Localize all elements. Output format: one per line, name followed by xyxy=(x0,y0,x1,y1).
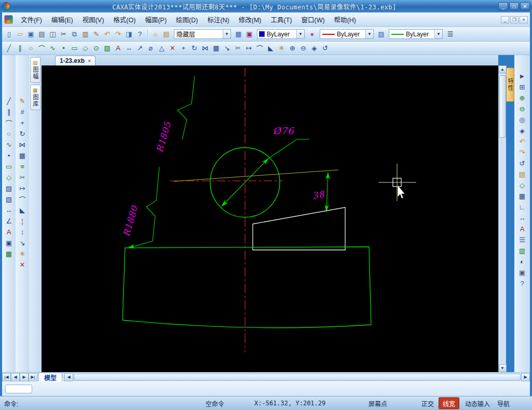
open-file-icon[interactable]: ▱ xyxy=(15,29,25,39)
chevron-down-icon[interactable]: ▼ xyxy=(223,30,230,38)
trim-icon[interactable]: ✂ xyxy=(17,172,28,183)
spline-icon[interactable]: ∿ xyxy=(3,139,15,150)
save-icon[interactable]: ▣ xyxy=(25,29,36,39)
context-help-icon[interactable]: ? xyxy=(516,278,528,289)
ortho-toggle[interactable]: 正交 xyxy=(421,399,434,408)
color-combo[interactable]: ByLayer ▼ xyxy=(257,29,305,39)
layer-state-icon[interactable]: ☼ xyxy=(150,29,161,39)
help-icon[interactable]: ? xyxy=(134,29,145,39)
ellipse-icon[interactable]: ⊙ xyxy=(91,43,102,54)
image-icon[interactable]: ▦ xyxy=(3,248,15,259)
mdi-minimize-button[interactable]: _ xyxy=(501,16,509,23)
scroll-up-icon[interactable]: ▲ xyxy=(499,65,507,73)
fillet-icon[interactable]: ⌒ xyxy=(254,43,265,54)
circle-icon[interactable]: ○ xyxy=(3,128,15,139)
close-icon[interactable]: × xyxy=(88,58,91,64)
last-sheet-button[interactable]: ▶| xyxy=(29,373,37,381)
properties-icon[interactable]: ☰ xyxy=(516,234,528,245)
mirror-icon[interactable]: ⋈ xyxy=(200,43,211,54)
polygon-icon[interactable]: ◇ xyxy=(80,43,91,54)
mdi-close-button[interactable]: × xyxy=(520,16,528,23)
break-icon[interactable]: ¦ xyxy=(17,216,28,227)
redo-icon[interactable]: ↷ xyxy=(113,29,124,39)
scroll-right-icon[interactable]: ▶ xyxy=(521,373,530,381)
extend-icon[interactable]: ↦ xyxy=(243,43,254,54)
menu-file[interactable]: 文件(F) xyxy=(16,14,47,25)
copy-icon[interactable]: ⧉ xyxy=(69,29,80,39)
next-view-icon[interactable]: ↷ xyxy=(516,147,528,158)
circle-icon[interactable]: ○ xyxy=(25,43,36,54)
dimension-icon[interactable]: ↔ xyxy=(3,205,15,216)
rotate-icon[interactable]: ↻ xyxy=(17,128,28,139)
menu-sheet[interactable]: 幅面(P) xyxy=(140,14,171,25)
trim-icon[interactable]: ✂ xyxy=(233,43,243,54)
lineweight-toggle[interactable]: 线宽 xyxy=(439,398,459,409)
erase-icon[interactable]: ✕ xyxy=(17,259,28,270)
menu-view[interactable]: 视图(V) xyxy=(78,14,109,25)
layer-combo[interactable]: 隐藏层 ▼ xyxy=(174,29,231,39)
linear-dim-icon[interactable]: ↔ xyxy=(124,43,134,54)
zoom-out-icon[interactable]: ⊖ xyxy=(516,103,528,114)
linetype-combo[interactable]: ByLayer ▼ xyxy=(320,29,374,39)
undo-icon[interactable]: ↶ xyxy=(102,29,113,39)
chevron-down-icon[interactable]: ▼ xyxy=(296,30,304,38)
maximize-button[interactable]: □ xyxy=(509,2,519,10)
regen-icon[interactable]: ↺ xyxy=(320,43,331,54)
paste-icon[interactable]: ▥ xyxy=(80,29,91,39)
parallel-line-icon[interactable]: ∥ xyxy=(3,107,15,117)
new-file-icon[interactable]: ▯ xyxy=(4,29,15,39)
line-icon[interactable]: ╱ xyxy=(4,43,15,54)
annotation-icon[interactable]: A xyxy=(516,223,528,234)
zoom-window-icon[interactable]: ⊞ xyxy=(516,82,528,92)
print-preview-icon[interactable]: ◫ xyxy=(47,29,58,39)
polygon-icon[interactable]: ◇ xyxy=(3,172,15,183)
cut-icon[interactable]: ✂ xyxy=(58,29,69,39)
horizontal-scroll-thumb[interactable] xyxy=(74,374,521,381)
offset-icon[interactable]: ≡ xyxy=(17,161,28,172)
spline-icon[interactable]: ∿ xyxy=(47,43,58,54)
menu-window[interactable]: 窗口(W) xyxy=(296,14,329,25)
palette-icon[interactable]: ● xyxy=(307,29,318,39)
zoom-in-icon[interactable]: ⊕ xyxy=(287,43,298,54)
layers-icon[interactable]: ▤ xyxy=(161,29,172,39)
rectangle-icon[interactable]: ▭ xyxy=(3,161,15,172)
extend-icon[interactable]: ↦ xyxy=(17,183,28,194)
zoom-all-icon[interactable]: ◎ xyxy=(516,114,528,125)
drawing-canvas[interactable]: Ø76 38 R1805 R1880 xyxy=(42,65,498,372)
navigation-toggle[interactable]: 导航 xyxy=(497,399,510,408)
angle-icon[interactable]: ∠ xyxy=(3,216,15,227)
format-painter-icon[interactable]: ✎ xyxy=(91,29,102,39)
point-icon[interactable]: • xyxy=(3,150,15,161)
redraw-icon[interactable]: ↺ xyxy=(516,158,528,169)
horizontal-scrollbar[interactable]: ◀ ▶ xyxy=(64,373,530,381)
properties-panel-tab[interactable]: 特性 xyxy=(506,68,514,102)
parallel-line-icon[interactable]: ∥ xyxy=(15,43,25,54)
minimize-button[interactable]: _ xyxy=(498,2,508,10)
layer-control-icon[interactable]: ▤ xyxy=(516,169,528,180)
block-icon[interactable]: ▣ xyxy=(3,237,15,248)
explode-icon[interactable]: ✳ xyxy=(276,43,287,54)
text-icon[interactable]: A xyxy=(113,43,124,54)
grid-display-icon[interactable]: ▦ xyxy=(516,191,528,202)
panel-tab-library[interactable]: ▦ 图库 xyxy=(30,85,40,110)
chevron-down-icon[interactable]: ▼ xyxy=(365,30,373,38)
array-icon[interactable]: ▦ xyxy=(211,43,222,54)
hatch-icon[interactable]: ▨ xyxy=(3,183,15,194)
menu-modify[interactable]: 修改(M) xyxy=(234,14,266,25)
mdi-restore-button[interactable]: ❐ xyxy=(510,16,519,23)
point-icon[interactable]: • xyxy=(58,43,69,54)
command-input[interactable] xyxy=(5,385,32,393)
scroll-down-icon[interactable]: ▼ xyxy=(499,364,507,372)
leader-icon[interactable]: ↗ xyxy=(134,43,145,54)
object-snap-icon[interactable]: ◇ xyxy=(516,180,528,191)
fill-icon[interactable]: ▧ xyxy=(3,194,15,205)
pan-icon[interactable]: ◈ xyxy=(516,125,528,136)
move-icon[interactable]: + xyxy=(178,43,189,54)
menu-dimension[interactable]: 标注(N) xyxy=(202,14,234,25)
grid-icon[interactable]: # xyxy=(17,107,28,117)
layer-manager-icon[interactable]: ▦ xyxy=(233,29,244,39)
mirror-icon[interactable]: ⋈ xyxy=(17,139,28,150)
lineweight-combo[interactable]: ByLayer ▼ xyxy=(389,29,443,39)
pan-icon[interactable]: ◈ xyxy=(309,43,320,54)
library-icon[interactable]: ▥ xyxy=(516,245,528,256)
